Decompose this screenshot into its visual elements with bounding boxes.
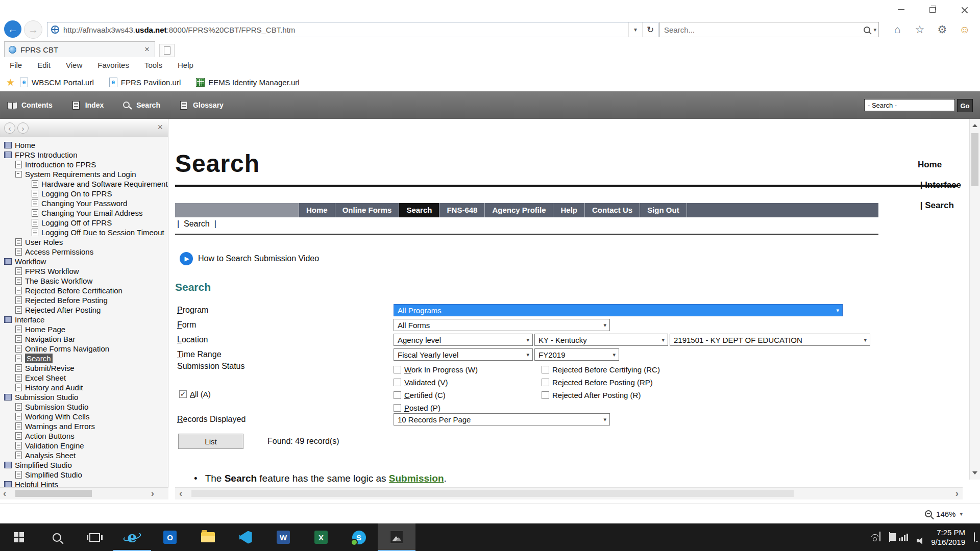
scroll-right-icon[interactable]: ›: [151, 488, 154, 499]
toc-item[interactable]: Changing Your Password: [0, 198, 168, 208]
toc-item[interactable]: Logging On to FPRS: [0, 189, 168, 198]
favorites-button[interactable]: ☆: [909, 23, 931, 36]
browser-tab[interactable]: FPRS CBT ×: [4, 41, 155, 57]
toc-item[interactable]: The Basic Workflow: [0, 276, 168, 286]
network-button[interactable]: [899, 534, 908, 541]
toc-item[interactable]: Navigation Bar: [0, 334, 168, 344]
nav-tab[interactable]: Search: [399, 203, 439, 217]
toc-item[interactable]: Helpful Hints: [0, 480, 168, 487]
status-checkbox[interactable]: Certified (C): [394, 389, 542, 402]
cbt-toolbar-button[interactable]: Contents: [7, 101, 53, 109]
toc-item[interactable]: Simplified Studio: [0, 470, 168, 480]
toc-item[interactable]: Working With Cells: [0, 412, 168, 421]
zoom-control[interactable]: 146% ▾: [925, 504, 963, 523]
scroll-up-button[interactable]: [970, 119, 980, 132]
add-favorite-button[interactable]: ★: [6, 77, 15, 88]
nav-tab[interactable]: Online Forms: [335, 203, 400, 217]
favorites-bar-item[interactable]: EEMS Identity Manager.url: [196, 78, 299, 87]
toc-item[interactable]: Logging Off Due to Session Timeout: [0, 228, 168, 237]
restore-button[interactable]: [917, 0, 948, 19]
nav-tab[interactable]: Sign Out: [640, 203, 687, 217]
taskbar-app-vscode[interactable]: [227, 523, 264, 551]
start-button[interactable]: [0, 523, 38, 551]
toc-item[interactable]: Home: [0, 140, 168, 150]
cbt-go-button[interactable]: Go: [957, 99, 973, 112]
video-link[interactable]: ▶ How to Search Submission Video: [180, 252, 319, 265]
favorites-bar-item[interactable]: WBSCM Portal.url: [20, 78, 94, 87]
toc-item[interactable]: Rejected Before Certification: [0, 286, 168, 295]
location-agency-select[interactable]: 2191501 - KY DEPT OF EDUCATION ▾: [670, 334, 870, 346]
browser-search-input[interactable]: [660, 22, 878, 37]
taskbar-app-outlook[interactable]: O: [151, 523, 189, 551]
cbt-toolbar-button[interactable]: Index: [71, 101, 104, 109]
browser-search-box[interactable]: ▾: [659, 22, 879, 37]
close-button[interactable]: [948, 0, 980, 19]
toc-item[interactable]: Search: [0, 354, 168, 363]
home-button[interactable]: ⌂: [886, 23, 909, 36]
nav-tab[interactable]: Contact Us: [585, 203, 640, 217]
taskbar-app-file-explorer[interactable]: [189, 523, 227, 551]
taskbar-app-photos[interactable]: [378, 523, 415, 551]
taskbar-app-excel[interactable]: X: [302, 523, 340, 551]
favorites-bar-item[interactable]: FPRS Pavilion.url: [109, 78, 181, 87]
toc-item[interactable]: Changing Your Email Address: [0, 208, 168, 218]
search-icon[interactable]: [864, 27, 870, 33]
cbt-search-input[interactable]: [864, 99, 955, 111]
form-select[interactable]: All Forms ▾: [394, 319, 610, 331]
fiscal-year-select[interactable]: FY2019 ▾: [534, 348, 619, 361]
settings-button[interactable]: ⚙: [931, 23, 953, 36]
taskbar-app-skype[interactable]: S: [340, 523, 378, 551]
scroll-down-button[interactable]: [970, 466, 980, 480]
scrollbar-thumb[interactable]: [15, 490, 92, 497]
nav-tab[interactable]: Agency Profile: [485, 203, 553, 217]
location-state-select[interactable]: KY - Kentucky ▾: [534, 334, 668, 346]
scroll-left-icon[interactable]: ‹: [3, 488, 6, 499]
toc-item[interactable]: System Requirements and Login: [0, 169, 168, 179]
toc-item[interactable]: Home Page: [0, 324, 168, 334]
toc-item[interactable]: Introduction to FPRS: [0, 160, 168, 169]
nav-tab[interactable]: FNS-648: [439, 203, 485, 217]
toc-item[interactable]: Submission Studio: [0, 392, 168, 402]
scrollbar-thumb[interactable]: [191, 490, 794, 497]
action-center-button[interactable]: [974, 533, 975, 542]
tab-close-icon[interactable]: ×: [143, 44, 151, 55]
program-select[interactable]: All Programs ▾: [394, 304, 843, 316]
cbt-toolbar-button[interactable]: Search: [122, 101, 160, 109]
note-text[interactable]: Submission: [389, 473, 444, 484]
toc-item[interactable]: Logging Off of FPRS: [0, 218, 168, 228]
toc-item[interactable]: Hardware and Software Requirements: [0, 179, 168, 189]
toc-item[interactable]: Online Forms Navigation: [0, 344, 168, 354]
toc-item[interactable]: Analysis Sheet: [0, 450, 168, 460]
toc-back-button[interactable]: ‹: [4, 122, 15, 134]
sidebar-horizontal-scrollbar[interactable]: ‹ ›: [0, 487, 168, 499]
status-checkbox[interactable]: Rejected After Posting (R): [542, 389, 756, 402]
menu-item[interactable]: Tools: [137, 61, 170, 69]
show-hidden-icons-button[interactable]: [879, 533, 880, 542]
toc-item[interactable]: FPRS Introduction: [0, 150, 168, 160]
time-level-select[interactable]: Fiscal Yearly level ▾: [394, 348, 533, 361]
menu-item[interactable]: Help: [170, 61, 201, 69]
toc-item[interactable]: History and Audit: [0, 383, 168, 392]
status-checkbox[interactable]: Rejected Before Posting (RP): [542, 376, 756, 389]
minimize-button[interactable]: [885, 0, 917, 19]
task-view-button[interactable]: [76, 523, 113, 551]
taskbar-app-internet-explorer[interactable]: e: [113, 523, 151, 551]
toc-item[interactable]: Rejected Before Posting: [0, 295, 168, 305]
toc-item[interactable]: Submit/Revise: [0, 363, 168, 373]
toc-item[interactable]: Excel Sheet: [0, 373, 168, 383]
toc-forward-button[interactable]: ›: [17, 122, 29, 134]
breadcrumb-link[interactable]: Search: [918, 201, 954, 210]
battery-button[interactable]: [889, 533, 890, 542]
main-horizontal-scrollbar[interactable]: ‹ ›: [175, 487, 963, 499]
menu-item[interactable]: Favorites: [90, 61, 137, 69]
forward-button[interactable]: →: [24, 20, 42, 39]
menu-item[interactable]: File: [2, 61, 30, 69]
list-button[interactable]: List: [178, 434, 243, 449]
back-button[interactable]: ←: [4, 20, 21, 38]
new-tab-button[interactable]: [159, 44, 175, 57]
play-icon[interactable]: ▶: [180, 252, 193, 265]
cbt-toolbar-button[interactable]: Glossary: [179, 101, 224, 109]
toc-item[interactable]: Workflow: [0, 257, 168, 266]
nav-tab[interactable]: Home: [299, 203, 335, 217]
location-level-select[interactable]: Agency level ▾: [394, 334, 533, 346]
